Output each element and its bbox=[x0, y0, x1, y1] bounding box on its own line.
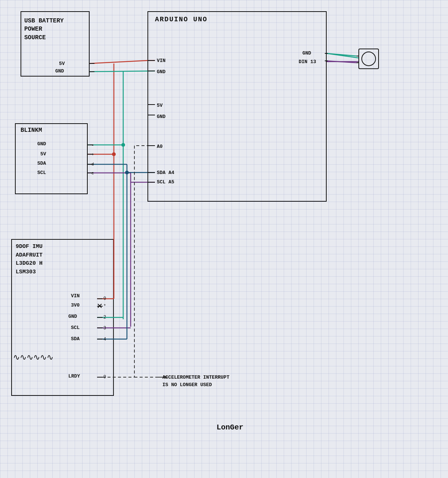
arduino-5v-pin: 5V bbox=[157, 103, 163, 108]
imu-label: 9DOF IMUADAFRUITL3DG20 HLSM303 bbox=[16, 243, 43, 276]
arduino-gnd2-pin: GND bbox=[157, 114, 165, 120]
imu-gnd-pin: GND bbox=[68, 314, 77, 319]
accel-interrupt-label2: IS NO LONGER USED bbox=[162, 382, 212, 388]
imu-vin-pin: VIN bbox=[71, 293, 80, 299]
svg-point-4 bbox=[112, 152, 116, 156]
imu-lrdy-pin: LRDY bbox=[68, 373, 80, 379]
blinkm-gnd-pin: GND bbox=[37, 141, 46, 147]
longer-annotation: LonGer bbox=[217, 423, 243, 432]
arduino-gnd1-pin: GND bbox=[157, 69, 165, 75]
svg-line-6 bbox=[90, 71, 155, 72]
svg-text:c: c bbox=[91, 171, 94, 176]
svg-line-52 bbox=[327, 61, 357, 63]
circuit-diagram: USB BATTERYPOWERSOURCE 5V GND ARDUINO UN… bbox=[0, 0, 448, 478]
blinkm-5v-pin: 5V bbox=[40, 151, 46, 157]
led-circle bbox=[361, 52, 376, 66]
imu-sda-pin: SDA bbox=[71, 336, 80, 342]
imu-3v0-pin: 3V0 bbox=[71, 302, 80, 308]
usb-gnd-pin: GND bbox=[55, 68, 64, 74]
usb-battery-label: USB BATTERYPOWERSOURCE bbox=[24, 17, 64, 42]
led-din-label: DIN 13 bbox=[299, 59, 316, 65]
arduino-vin-pin: VIN bbox=[157, 58, 165, 63]
imu-scl-pin: SCL bbox=[71, 325, 80, 330]
arduino-label: ARDUINO UNO bbox=[155, 16, 208, 23]
blinkm-label: BLINKM bbox=[21, 127, 42, 134]
svg-line-28 bbox=[327, 53, 358, 58]
imu-squiggle: ∿∿∿∿∿∿ bbox=[13, 353, 53, 362]
usb-5v-pin: 5V bbox=[59, 61, 65, 66]
svg-line-51 bbox=[327, 53, 357, 56]
arduino-a0-pin: A0 bbox=[157, 144, 163, 149]
arduino-box bbox=[147, 11, 327, 202]
svg-point-9 bbox=[121, 143, 125, 147]
arduino-scl-pin: SCL A5 bbox=[157, 179, 174, 185]
svg-point-21 bbox=[125, 171, 129, 174]
svg-text:+: + bbox=[91, 152, 94, 157]
accel-interrupt-label: ACCELEROMETER INTERRUPT bbox=[162, 375, 229, 380]
blinkm-scl-pin: SCL bbox=[37, 170, 46, 176]
svg-text:-: - bbox=[91, 143, 94, 148]
arduino-sda-pin: SDA A4 bbox=[157, 170, 174, 176]
blinkm-box bbox=[15, 123, 88, 194]
svg-text:d: d bbox=[91, 162, 94, 167]
led-gnd-label: GND bbox=[302, 50, 311, 56]
svg-line-0 bbox=[90, 60, 147, 63]
blinkm-sda-pin: SDA bbox=[37, 161, 46, 166]
